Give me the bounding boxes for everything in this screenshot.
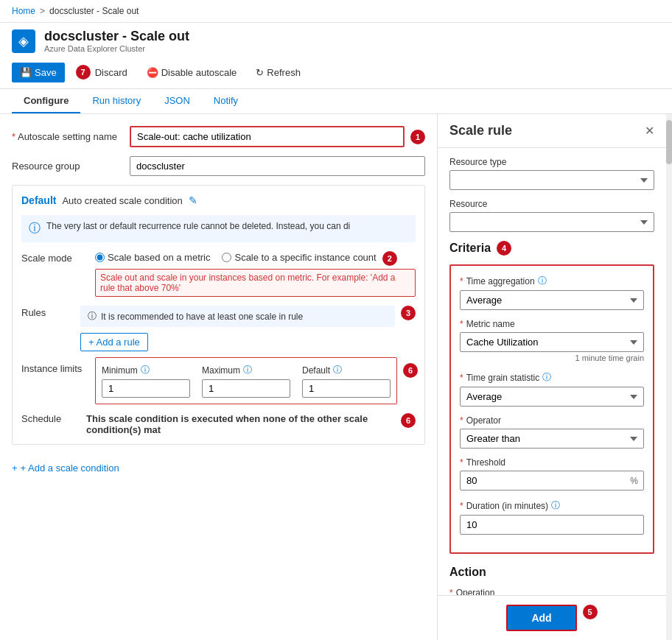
resource-select[interactable] <box>449 212 654 232</box>
threshold-input[interactable] <box>460 471 644 490</box>
main-layout: * Autoscale setting name 1 Resource grou… <box>0 114 672 640</box>
operation-label: * Operation <box>449 588 654 595</box>
default-input[interactable] <box>302 379 391 398</box>
resource-group-label: Resource group <box>12 161 130 172</box>
duration-field: * Duration (in minutes) ⓘ <box>460 499 644 535</box>
add-condition-plus: + <box>12 463 18 474</box>
instance-limits-label: Instance limits <box>21 357 95 374</box>
discard-button[interactable]: 7 Discard <box>68 60 136 84</box>
operation-field: * Operation Increase count by <box>449 588 654 595</box>
maximum-info-icon: ⓘ <box>243 364 252 376</box>
discard-label: Discard <box>95 67 127 78</box>
step-badge-3: 3 <box>401 306 416 320</box>
default-field: Default ⓘ <box>302 364 391 398</box>
scale-condition-header: Default Auto created scale condition ✎ <box>21 194 416 206</box>
save-button[interactable]: 💾 Save <box>12 63 65 82</box>
disable-autoscale-button[interactable]: ⛔ Disable autoscale <box>139 63 245 82</box>
action-section: Action * Operation Increase count by * <box>449 566 654 595</box>
resource-group-input[interactable] <box>130 156 425 176</box>
step-badge-1: 1 <box>410 130 425 144</box>
tab-notify[interactable]: Notify <box>202 89 250 113</box>
schedule-label: Schedule <box>21 413 80 424</box>
metric-name-label: * Metric name <box>460 319 644 329</box>
schedule-text: This scale condition is executed when no… <box>86 413 368 435</box>
cluster-icon: ◈ <box>12 29 35 53</box>
step-badge-6-schedule: 6 <box>401 413 416 428</box>
close-button[interactable]: ✕ <box>645 124 654 138</box>
autoscale-name-label: * Autoscale setting name <box>12 131 130 142</box>
breadcrumb-home[interactable]: Home <box>12 6 35 16</box>
left-panel: * Autoscale setting name 1 Resource grou… <box>0 114 438 640</box>
default-label: Default ⓘ <box>302 364 391 376</box>
resource-type-select[interactable] <box>449 170 654 190</box>
rules-label: Rules <box>21 306 80 318</box>
operator-select[interactable]: Greater than <box>460 429 644 449</box>
instance-limits-fields: Minimum ⓘ Maximum ⓘ De <box>95 357 397 404</box>
minimum-input[interactable] <box>102 379 190 398</box>
refresh-button[interactable]: ↻ Refresh <box>248 63 309 82</box>
tab-json[interactable]: JSON <box>153 89 202 113</box>
scale-metric-radio[interactable]: Scale based on a metric <box>95 252 210 263</box>
save-icon: 💾 <box>20 67 32 78</box>
edit-condition-icon[interactable]: ✎ <box>189 194 197 206</box>
resource-type-label: Resource type <box>449 157 654 167</box>
time-grain-note: 1 minute time grain <box>460 354 644 362</box>
operator-label: * Operator <box>460 415 644 426</box>
scale-condition-default: Default <box>21 194 56 206</box>
time-grain-stat-label: * Time grain statistic ⓘ <box>460 371 644 384</box>
metric-name-field: * Metric name Cache Utilization 1 minute… <box>460 319 644 362</box>
page-header: ◈ docscluster - Scale out Azure Data Exp… <box>0 23 672 56</box>
duration-info-icon: ⓘ <box>551 499 560 512</box>
breadcrumb-current: docscluster - Scale out <box>49 6 139 16</box>
refresh-label: Refresh <box>267 67 301 78</box>
resource-group-row: Resource group <box>12 156 425 176</box>
operator-field: * Operator Greater than <box>460 415 644 449</box>
scrollbar-thumb[interactable] <box>666 120 672 164</box>
duration-input[interactable] <box>460 515 644 535</box>
scale-condition-subtitle: Auto created scale condition <box>62 195 182 206</box>
maximum-label: Maximum ⓘ <box>202 364 290 376</box>
add-condition-link[interactable]: + + Add a scale condition <box>12 463 119 474</box>
autoscale-name-input[interactable] <box>130 126 405 147</box>
scale-instance-radio[interactable]: Scale to a specific instance count <box>222 252 376 263</box>
scale-mode-description: Scale out and scale in your instances ba… <box>95 269 416 297</box>
tabs: Configure Run history JSON Notify <box>0 89 672 114</box>
time-grain-stat-info-icon: ⓘ <box>542 371 551 384</box>
tab-run-history[interactable]: Run history <box>80 89 153 113</box>
add-condition-text: + Add a scale condition <box>21 463 119 474</box>
time-aggregation-label: * Time aggregation ⓘ <box>460 275 644 287</box>
right-panel-title: Scale rule <box>449 123 512 138</box>
warning-info-icon: ⓘ <box>29 221 41 236</box>
resource-field: Resource <box>449 199 654 232</box>
page-title: docscluster - Scale out <box>44 29 189 44</box>
toolbar: 💾 Save 7 Discard ⛔ Disable autoscale ↻ R… <box>0 56 672 89</box>
discard-badge: 7 <box>76 65 91 80</box>
instance-limits-row: Instance limits Minimum ⓘ Maximum ⓘ <box>21 357 416 404</box>
add-rule-label: + Add a rule <box>88 337 140 348</box>
metric-name-select[interactable]: Cache Utilization <box>460 332 644 352</box>
add-label: Add <box>531 612 551 624</box>
right-panel-body: Resource type Resource Criteria 4 <box>438 148 666 595</box>
page-subtitle: Azure Data Explorer Cluster <box>44 44 189 53</box>
delete-warning-text: The very last or default recurrence rule… <box>46 221 350 231</box>
threshold-unit: % <box>630 476 638 486</box>
add-button[interactable]: Add <box>506 605 576 631</box>
threshold-label: * Threshold <box>460 457 644 468</box>
resource-label: Resource <box>449 199 654 209</box>
step-badge-5: 5 <box>583 605 598 619</box>
minimum-label: Minimum ⓘ <box>102 364 190 376</box>
time-grain-stat-select[interactable]: Average <box>460 387 644 407</box>
criteria-title: Criteria 4 <box>449 241 654 256</box>
right-panel-header: Scale rule ✕ <box>438 114 666 148</box>
breadcrumb: Home > docscluster - Scale out <box>0 0 672 23</box>
add-rule-button[interactable]: + Add a rule <box>80 333 148 351</box>
criteria-section: Criteria 4 * Time aggregation ⓘ Average <box>449 241 654 554</box>
scrollbar <box>666 114 672 640</box>
recommend-info-icon: ⓘ <box>88 310 97 323</box>
threshold-field: * Threshold % <box>460 457 644 490</box>
right-panel: Scale rule ✕ Resource type Resource <box>438 114 666 640</box>
maximum-input[interactable] <box>202 379 290 398</box>
tab-configure[interactable]: Configure <box>12 89 80 113</box>
time-aggregation-select[interactable]: Average <box>460 290 644 310</box>
schedule-row: Schedule This scale condition is execute… <box>21 413 416 435</box>
